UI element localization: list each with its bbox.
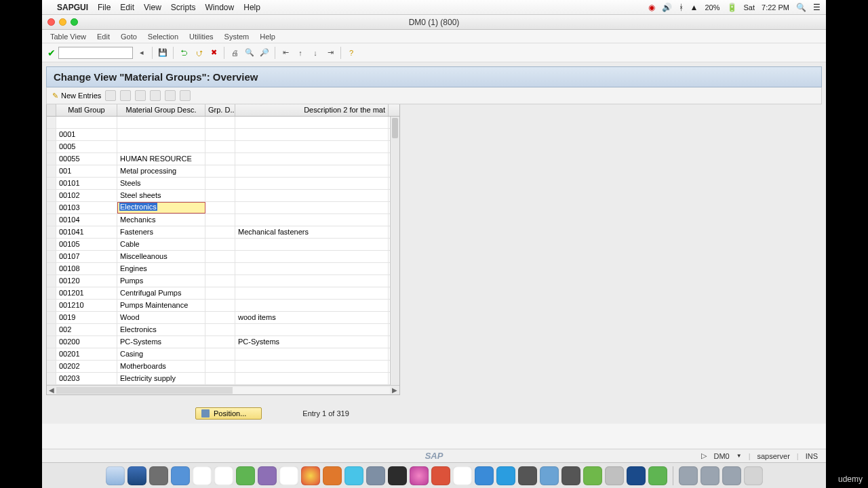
table-row[interactable]: 00107Miscelleanous xyxy=(47,251,399,263)
next-page-icon[interactable]: ↓ xyxy=(309,47,321,59)
cell-grp[interactable] xyxy=(205,287,235,299)
menu-window[interactable]: Window xyxy=(205,3,235,12)
volume-icon[interactable]: 🔊 xyxy=(662,3,672,12)
cell-desc[interactable]: Centrifugal Pumps xyxy=(117,287,205,299)
help-icon[interactable]: ? xyxy=(345,47,357,59)
menu-view[interactable]: View xyxy=(144,3,161,12)
cell-desc[interactable]: Miscelleanous xyxy=(117,251,205,262)
cancel-icon[interactable]: ✖ xyxy=(208,47,220,59)
table-row[interactable]: 0001 xyxy=(47,129,399,141)
menu-icon[interactable]: ☰ xyxy=(813,3,821,12)
cell-desc2[interactable] xyxy=(235,348,389,360)
cell-grp[interactable] xyxy=(205,214,235,226)
table-row[interactable]: 00201Casing xyxy=(47,348,399,361)
cell-matl-group[interactable]: 00202 xyxy=(56,361,117,372)
dock-app[interactable] xyxy=(388,466,407,485)
sap-menu-help[interactable]: Help xyxy=(260,33,275,41)
cell-desc[interactable]: HUMAN RESOURCE xyxy=(117,153,205,165)
dock-app[interactable] xyxy=(722,466,741,485)
dock-app[interactable] xyxy=(149,466,168,485)
print-icon[interactable]: 🖨 xyxy=(229,47,241,59)
sap-menu-tableview[interactable]: Table View xyxy=(50,33,86,41)
scroll-right-icon[interactable]: ▶ xyxy=(390,386,399,394)
cell-matl-group[interactable]: 00108 xyxy=(56,263,117,274)
row-selector[interactable] xyxy=(47,275,56,287)
cell-desc2[interactable] xyxy=(235,129,389,140)
row-selector[interactable] xyxy=(47,153,56,165)
cell-grp[interactable] xyxy=(205,117,235,128)
cell-matl-group[interactable]: 00203 xyxy=(56,373,117,384)
cell-grp[interactable] xyxy=(205,251,235,262)
table-row[interactable]: 001201Centrifugal Pumps xyxy=(47,287,399,300)
cell-grp[interactable] xyxy=(205,190,235,201)
cell-desc2[interactable] xyxy=(235,178,389,189)
cell-desc2[interactable] xyxy=(235,275,389,287)
select-all-icon[interactable] xyxy=(150,90,161,101)
row-selector[interactable] xyxy=(47,263,56,274)
col-desc2[interactable]: Description 2 for the mat xyxy=(235,104,389,116)
prev-page-icon[interactable]: ↑ xyxy=(294,47,307,59)
row-selector[interactable] xyxy=(47,251,56,262)
cell-grp[interactable] xyxy=(205,202,235,214)
menu-help[interactable]: Help xyxy=(243,3,260,12)
cell-matl-group[interactable]: 00104 xyxy=(56,214,117,226)
scroll-left-icon[interactable]: ◀ xyxy=(47,386,56,394)
dock-app[interactable] xyxy=(236,466,255,485)
cell-desc2[interactable] xyxy=(235,214,389,226)
table-row[interactable]: 00055HUMAN RESOURCE xyxy=(47,153,399,165)
cell-desc[interactable]: Cable xyxy=(117,239,205,250)
copy-icon[interactable] xyxy=(105,90,116,101)
dock-app[interactable] xyxy=(279,466,298,485)
cell-desc2[interactable] xyxy=(235,263,389,274)
cell-grp[interactable] xyxy=(205,373,235,384)
table-row[interactable]: 001210Pumps Maintenance xyxy=(47,300,399,312)
search-icon[interactable]: 🔍 xyxy=(796,3,806,12)
horizontal-scrollbar[interactable]: ◀ ▶ xyxy=(47,385,399,394)
bluetooth-icon[interactable]: ᚼ xyxy=(679,3,684,12)
cell-matl-group[interactable]: 00201 xyxy=(56,348,117,360)
cell-grp[interactable] xyxy=(205,348,235,360)
cell-desc[interactable] xyxy=(117,129,205,140)
cell-matl-group[interactable]: 0005 xyxy=(56,141,117,152)
cell-desc[interactable]: Metal processing xyxy=(117,165,205,177)
cell-desc2[interactable]: PC-Systems xyxy=(235,336,389,348)
row-selector[interactable] xyxy=(47,336,56,348)
dock-app[interactable] xyxy=(679,466,698,485)
back-icon[interactable]: ⮌ xyxy=(178,47,190,59)
cell-matl-group[interactable]: 002 xyxy=(56,324,117,336)
dock-app[interactable] xyxy=(605,466,624,485)
row-selector[interactable] xyxy=(47,178,56,189)
dock-app[interactable] xyxy=(258,466,277,485)
cell-desc2[interactable] xyxy=(235,117,389,128)
dock-app[interactable] xyxy=(518,466,537,485)
cell-grp[interactable] xyxy=(205,178,235,189)
cell-grp[interactable] xyxy=(205,263,235,274)
status-system[interactable]: DM0 xyxy=(713,452,729,460)
dock-app[interactable] xyxy=(344,466,363,485)
sap-menu-edit[interactable]: Edit xyxy=(97,33,110,41)
row-selector[interactable] xyxy=(47,165,56,177)
sap-menu-system[interactable]: System xyxy=(224,33,250,41)
findnext-icon[interactable]: 🔎 xyxy=(258,47,271,59)
cell-grp[interactable] xyxy=(205,141,235,152)
find-icon[interactable]: 🔍 xyxy=(243,47,256,59)
cell-grp[interactable] xyxy=(205,239,235,250)
cell-desc2[interactable] xyxy=(235,153,389,165)
cell-matl-group[interactable]: 0019 xyxy=(56,312,117,323)
cell-desc[interactable]: Electronics xyxy=(117,202,205,214)
cell-desc[interactable]: Mechanics xyxy=(117,214,205,226)
last-page-icon[interactable]: ⇥ xyxy=(324,47,336,59)
row-selector[interactable] xyxy=(47,190,56,201)
cell-matl-group[interactable]: 0001 xyxy=(56,129,117,140)
dock-app[interactable] xyxy=(583,466,602,485)
row-selector[interactable] xyxy=(47,239,56,250)
cell-matl-group[interactable]: 00101 xyxy=(56,178,117,189)
menu-scripts[interactable]: Scripts xyxy=(171,3,196,12)
row-selector[interactable] xyxy=(47,373,56,384)
table-row[interactable] xyxy=(47,117,399,129)
cell-matl-group[interactable]: 00102 xyxy=(56,190,117,201)
dock-app[interactable] xyxy=(475,466,494,485)
command-field[interactable] xyxy=(58,47,133,59)
cell-matl-group[interactable]: 00200 xyxy=(56,336,117,348)
table-row[interactable]: 00203Electricity supply xyxy=(47,373,399,385)
